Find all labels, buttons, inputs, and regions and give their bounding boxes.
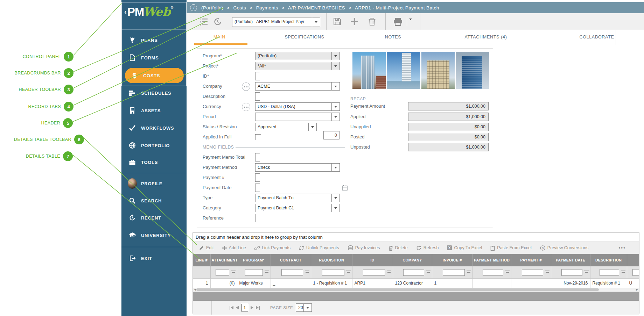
filter-icon[interactable] bbox=[426, 270, 430, 274]
filter-input[interactable] bbox=[363, 269, 385, 276]
column-header-id[interactable]: ID bbox=[352, 254, 393, 266]
sidebar-item-search[interactable]: SEARCH bbox=[121, 193, 187, 208]
group-by-drop-zone[interactable]: Drag a column header and drop it here to… bbox=[193, 233, 639, 242]
tab-main[interactable]: MAIN bbox=[214, 30, 225, 45]
filter-icon[interactable] bbox=[545, 270, 550, 274]
print-options-chevron-icon[interactable] bbox=[409, 20, 412, 27]
chevron-down-icon[interactable] bbox=[331, 204, 340, 212]
filter-icon[interactable] bbox=[467, 270, 471, 274]
scroll-left-icon[interactable]: ◀ bbox=[194, 288, 196, 291]
payment-number-input[interactable] bbox=[255, 173, 260, 182]
table-row[interactable]: 1 (0) Major Works _ 1 - Requisition # 1 … bbox=[193, 279, 639, 288]
sidebar-item-costs-active[interactable]: $ COSTS bbox=[125, 68, 184, 83]
column-header-attachment[interactable]: ATTACHMENT bbox=[210, 254, 237, 266]
sidebar-item-exit[interactable]: EXIT bbox=[121, 251, 187, 266]
current-page-indicator[interactable]: 1 bbox=[241, 304, 248, 311]
sidebar-item-university[interactable]: UNIVERSITY bbox=[121, 228, 187, 243]
tab-notes[interactable]: NOTES bbox=[385, 30, 401, 45]
numbered-list-icon[interactable]: 123 bbox=[200, 17, 208, 26]
column-header-program[interactable]: PROGRAM* bbox=[237, 254, 271, 266]
column-header-partial[interactable] bbox=[627, 254, 639, 266]
sidebar-item-schedules[interactable]: SCHEDULES bbox=[121, 85, 187, 101]
tab-collaborate[interactable]: COLLABORATE bbox=[579, 30, 614, 45]
column-header-contract[interactable]: CONTRACT bbox=[271, 254, 311, 266]
refresh-button[interactable]: Refresh bbox=[416, 245, 439, 251]
more-actions-button[interactable]: ••• bbox=[618, 245, 626, 251]
chevron-down-icon[interactable] bbox=[331, 52, 340, 60]
first-page-button[interactable] bbox=[230, 306, 233, 310]
company-select[interactable]: ACME bbox=[255, 82, 340, 91]
status-select[interactable]: Approved bbox=[255, 123, 317, 131]
project-select[interactable]: *All* bbox=[255, 62, 340, 70]
scrollbar-thumb[interactable] bbox=[196, 288, 599, 291]
filter-icon[interactable] bbox=[265, 270, 269, 274]
chevron-down-icon[interactable] bbox=[331, 82, 340, 90]
scroll-right-icon[interactable]: ▶ bbox=[636, 288, 638, 291]
column-header-description[interactable]: DESCRIPTION bbox=[590, 254, 627, 266]
attachment-count-link[interactable]: (0) bbox=[230, 281, 235, 286]
filter-input[interactable] bbox=[216, 269, 229, 276]
column-header-payment-number[interactable]: PAYMENT # bbox=[511, 254, 551, 266]
contract-link[interactable]: _ bbox=[273, 281, 275, 286]
record-history-icon[interactable] bbox=[213, 17, 222, 26]
filter-input[interactable] bbox=[322, 269, 344, 276]
description-input[interactable] bbox=[255, 92, 260, 101]
sidebar-item-plans[interactable]: PLANS bbox=[121, 33, 187, 48]
sidebar-item-profile[interactable]: PROFILE bbox=[121, 176, 187, 191]
next-page-button[interactable] bbox=[251, 306, 253, 309]
tab-attachments[interactable]: ATTACHMENTS (4) bbox=[464, 30, 507, 45]
chevron-down-icon[interactable] bbox=[331, 62, 340, 70]
record-selector-dropdown[interactable]: (Portfolio) - ARPB1 Multi-Project Payr bbox=[232, 17, 320, 27]
chevron-down-icon[interactable] bbox=[312, 17, 320, 27]
breadcrumb-portfolio-link[interactable]: (Portfolio) bbox=[201, 5, 223, 10]
sidebar-item-tools[interactable]: TOOLS bbox=[121, 155, 187, 170]
add-line-button[interactable]: Add Line bbox=[222, 245, 246, 250]
chevron-down-icon[interactable] bbox=[308, 123, 316, 131]
filter-icon[interactable] bbox=[346, 270, 351, 274]
delete-line-button[interactable]: Delete bbox=[388, 245, 408, 251]
requisition-link[interactable]: 1 - Requisition # 1 bbox=[313, 281, 347, 286]
filter-input[interactable] bbox=[522, 269, 543, 276]
breadcrumb-costs[interactable]: Costs bbox=[233, 5, 246, 10]
filter-input[interactable] bbox=[403, 269, 424, 276]
program-select[interactable]: (Portfolio) bbox=[255, 52, 340, 60]
payment-method-select[interactable]: Check bbox=[255, 163, 340, 172]
edit-button[interactable]: Edit bbox=[199, 245, 214, 250]
payment-memo-total-input[interactable] bbox=[255, 153, 260, 161]
filter-input[interactable] bbox=[443, 269, 464, 276]
type-select[interactable]: Payment Batch Tn bbox=[255, 194, 340, 202]
column-header-line[interactable]: LINE # bbox=[193, 254, 210, 266]
column-header-payment-date[interactable]: PAYMENT DATE bbox=[551, 254, 590, 266]
currency-select[interactable]: USD - Dollar (USA) bbox=[255, 102, 340, 111]
filter-icon[interactable] bbox=[584, 270, 589, 274]
filter-icon[interactable] bbox=[231, 270, 236, 274]
unlink-payments-button[interactable]: Unlink Payments bbox=[299, 245, 339, 251]
tab-specifications[interactable]: SPECIFICATIONS bbox=[285, 30, 324, 45]
info-icon[interactable]: i bbox=[190, 4, 197, 11]
filter-input[interactable] bbox=[245, 269, 262, 276]
chevron-down-icon[interactable] bbox=[303, 304, 312, 311]
sidebar-item-forms[interactable]: FORMS bbox=[121, 50, 187, 65]
horizontal-scrollbar[interactable]: ◀ ▶ bbox=[193, 288, 639, 292]
sidebar-item-workflows[interactable]: WORKFLOWS bbox=[121, 120, 187, 136]
paste-from-excel-button[interactable]: Paste From Excel bbox=[490, 245, 532, 251]
sidebar-item-portfolio[interactable]: PORTFOLIO bbox=[121, 138, 187, 153]
page-size-select[interactable]: 20 bbox=[296, 303, 312, 312]
last-page-button[interactable] bbox=[256, 306, 260, 310]
chevron-down-icon[interactable] bbox=[331, 164, 340, 171]
filter-input[interactable] bbox=[632, 269, 639, 276]
link-payments-button[interactable]: Link Payments bbox=[254, 245, 290, 251]
id-input[interactable] bbox=[255, 72, 260, 80]
record-id-link[interactable]: ARP1 bbox=[355, 281, 365, 286]
company-lookup-button[interactable] bbox=[242, 82, 250, 91]
sidebar-item-assets[interactable]: ASSETS bbox=[121, 103, 187, 118]
filter-input[interactable] bbox=[281, 269, 303, 276]
print-icon[interactable] bbox=[393, 17, 403, 26]
category-select[interactable]: Payment Batch C1 bbox=[255, 204, 340, 212]
add-icon[interactable] bbox=[350, 17, 359, 26]
filter-input[interactable] bbox=[600, 269, 619, 276]
pay-invoices-button[interactable]: Pay Invoices bbox=[348, 245, 380, 250]
column-header-company[interactable]: COMPANY bbox=[393, 254, 432, 266]
filter-input[interactable] bbox=[483, 269, 503, 276]
delete-icon[interactable] bbox=[368, 17, 376, 26]
